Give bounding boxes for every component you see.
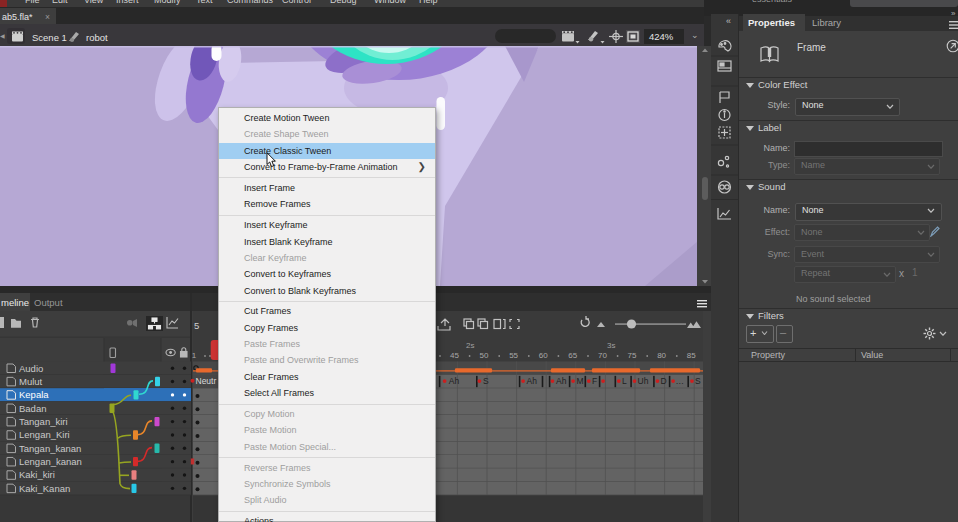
svg-text:Ah: Ah: [449, 376, 460, 386]
svg-text:Uh: Uh: [638, 376, 649, 386]
svg-text:meline: meline: [1, 297, 29, 308]
svg-text:Output: Output: [34, 297, 63, 308]
svg-text:3s: 3s: [607, 341, 615, 350]
svg-text:5: 5: [194, 320, 199, 331]
svg-text:«: «: [726, 16, 731, 26]
svg-text:Kaki_kiri: Kaki_kiri: [19, 469, 55, 480]
svg-text:Mulut: Mulut: [19, 376, 43, 387]
svg-text:65: 65: [568, 351, 577, 360]
svg-text:50: 50: [480, 351, 489, 360]
svg-text:Ah: Ah: [556, 376, 567, 386]
svg-text:Kaki_Kanan: Kaki_Kanan: [19, 483, 70, 494]
svg-text:Lengan_kanan: Lengan_kanan: [19, 456, 82, 467]
svg-text:55: 55: [509, 351, 518, 360]
svg-text:Badan: Badan: [19, 403, 46, 414]
svg-text:Lengan_Kiri: Lengan_Kiri: [19, 429, 70, 440]
svg-text:L: L: [622, 376, 627, 386]
svg-text:Kepala: Kepala: [19, 389, 49, 400]
svg-text:Neutr: Neutr: [196, 376, 217, 386]
svg-text:F: F: [592, 376, 597, 386]
svg-text:Ah: Ah: [527, 376, 538, 386]
svg-text:S: S: [483, 376, 489, 386]
svg-text:…: …: [676, 376, 685, 386]
svg-text:Audio: Audio: [19, 363, 43, 374]
svg-text:1: 1: [192, 351, 197, 360]
svg-text:75: 75: [628, 351, 637, 360]
svg-text:45: 45: [450, 351, 459, 360]
svg-text:D: D: [661, 376, 667, 386]
svg-text:60: 60: [539, 351, 548, 360]
svg-text:2s: 2s: [466, 341, 474, 350]
svg-text:80: 80: [657, 351, 666, 360]
svg-text:85: 85: [687, 351, 696, 360]
svg-text:70: 70: [598, 351, 607, 360]
svg-text:S: S: [695, 376, 701, 386]
svg-text:Tangan_kanan: Tangan_kanan: [19, 443, 81, 454]
svg-text:Tangan_kiri: Tangan_kiri: [19, 416, 68, 427]
svg-text:M: M: [577, 376, 584, 386]
